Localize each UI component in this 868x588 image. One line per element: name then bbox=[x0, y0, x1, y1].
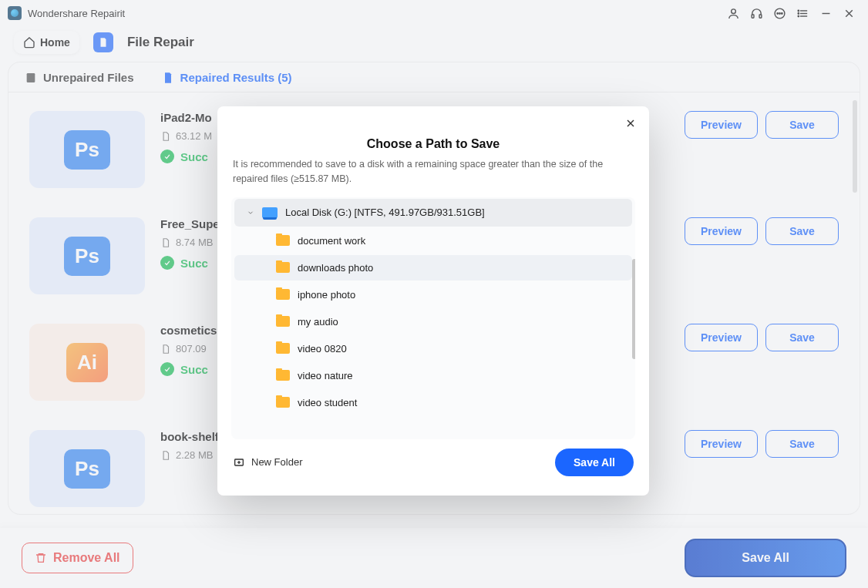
modal-desc: It is recommended to save to a disk with… bbox=[217, 151, 649, 186]
modal-title: Choose a Path to Save bbox=[217, 137, 649, 151]
disk-icon bbox=[262, 207, 278, 218]
new-folder-button[interactable]: New Folder bbox=[233, 456, 302, 469]
folder-label: video student bbox=[298, 397, 357, 408]
folder-label: iphone photo bbox=[298, 289, 355, 301]
modal-footer: New Folder Save All bbox=[217, 439, 649, 486]
folder-icon bbox=[276, 262, 290, 273]
folder-icon bbox=[276, 370, 290, 381]
folder-icon bbox=[276, 316, 290, 327]
folder-icon bbox=[276, 397, 290, 408]
folder-label: downloads photo bbox=[298, 262, 373, 274]
tree-folder[interactable]: video 0820 bbox=[234, 336, 632, 361]
folder-icon bbox=[276, 343, 290, 354]
folder-label: document work bbox=[298, 235, 365, 247]
folder-icon bbox=[276, 289, 290, 300]
save-modal: Choose a Path to Save It is recommended … bbox=[217, 106, 649, 496]
tree-folder[interactable]: video nature bbox=[234, 363, 632, 388]
tree-folder[interactable]: video student bbox=[234, 390, 632, 415]
modal-save-button[interactable]: Save All bbox=[555, 449, 634, 476]
tree-folder[interactable]: downloads photo bbox=[234, 255, 632, 281]
tree-root-disk[interactable]: Local Disk (G:) [NTFS, 491.97GB/931.51GB… bbox=[234, 199, 632, 227]
modal-close-icon[interactable] bbox=[621, 114, 640, 136]
tree-folder[interactable]: my audio bbox=[234, 309, 632, 334]
tree-folder[interactable]: document work bbox=[234, 228, 632, 254]
tree-scrollbar[interactable] bbox=[632, 259, 635, 359]
folder-icon bbox=[276, 235, 290, 246]
disk-label: Local Disk (G:) [NTFS, 491.97GB/931.51GB… bbox=[285, 207, 485, 218]
folder-tree: Local Disk (G:) [NTFS, 491.97GB/931.51GB… bbox=[231, 197, 635, 439]
folder-label: video nature bbox=[298, 370, 353, 381]
folder-label: video 0820 bbox=[298, 343, 347, 354]
tree-folder[interactable]: iphone photo bbox=[234, 282, 632, 307]
new-folder-label: New Folder bbox=[251, 456, 302, 468]
folder-label: my audio bbox=[298, 316, 338, 328]
chevron-down-icon bbox=[247, 206, 254, 220]
